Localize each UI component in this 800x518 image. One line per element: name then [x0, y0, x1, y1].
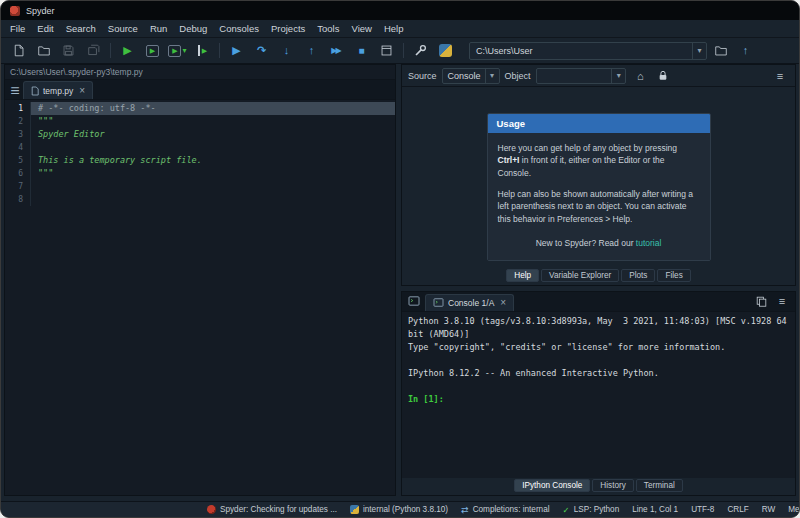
working-directory-value: C:\Users\User	[470, 46, 692, 56]
statusbar: Spyder: Checking for updates ... interna…	[1, 501, 799, 517]
spyder-window: Spyder File Edit Search Source Run Debug…	[0, 0, 800, 518]
step-into-button[interactable]: ↓	[275, 41, 298, 61]
code-line: 3Spyder Editor	[5, 128, 395, 141]
ctrl-i-shortcut: Ctrl+I	[498, 155, 520, 165]
browse-tabs-button[interactable]: ≡	[7, 83, 23, 99]
console-copy-button[interactable]	[752, 293, 770, 309]
menu-source[interactable]: Source	[102, 21, 144, 36]
step-over-button[interactable]: ↷	[250, 41, 273, 61]
usage-paragraph-2: Help can also be shown automatically aft…	[498, 188, 700, 225]
menu-help[interactable]: Help	[378, 21, 410, 36]
browse-working-directory-button[interactable]	[709, 41, 732, 61]
help-pane-tabs: Help Variable Explorer Plots Files	[402, 268, 795, 285]
menu-tools[interactable]: Tools	[311, 21, 345, 36]
open-file-button[interactable]	[32, 41, 55, 61]
menu-projects[interactable]: Projects	[265, 21, 311, 36]
tab-ipython-console[interactable]: IPython Console	[514, 479, 590, 492]
code-text	[31, 141, 395, 154]
step-out-button[interactable]: ↑	[300, 41, 323, 61]
save-button[interactable]	[57, 41, 80, 61]
save-all-button[interactable]	[82, 41, 105, 61]
code-text	[31, 180, 395, 193]
tab-files[interactable]: Files	[657, 269, 690, 282]
help-content: Usage Here you can get help of any objec…	[402, 87, 795, 268]
up-arrow-icon: ↑	[743, 45, 749, 56]
console-pane-tabs: IPython Console History Terminal	[402, 478, 795, 495]
tab-history[interactable]: History	[592, 479, 633, 492]
tab-variable-explorer[interactable]: Variable Explorer	[541, 269, 619, 282]
menu-consoles[interactable]: Consoles	[213, 21, 265, 36]
toolbar-separator	[110, 43, 111, 58]
tutorial-link[interactable]: tutorial	[636, 238, 662, 248]
lsp-status: ✓ LSP: Python	[563, 505, 620, 515]
help-options-button[interactable]: ≡	[771, 68, 789, 84]
code-line: 1# -*- coding: utf-8 -*-	[5, 102, 395, 115]
console-banner-line	[408, 354, 789, 367]
menu-file[interactable]: File	[4, 21, 31, 36]
tab-terminal[interactable]: Terminal	[636, 479, 683, 492]
working-directory-combo[interactable]: C:\Users\User ▾	[469, 42, 707, 60]
python-path-icon	[439, 44, 452, 57]
stop-icon: ■	[358, 46, 364, 56]
parent-directory-button[interactable]: ↑	[734, 41, 757, 61]
pythonpath-manager-button[interactable]	[434, 41, 457, 61]
help-source-value: Console	[443, 71, 485, 81]
new-file-button[interactable]	[7, 41, 30, 61]
main-toolbar: ▶ ▶ ▶▾ ▶ ▶ ↷ ↓ ↑ ▶▶ ■ C:\Users\User ▾ ↑	[1, 38, 799, 64]
menu-run[interactable]: Run	[144, 21, 173, 36]
maximize-pane-button[interactable]	[375, 41, 398, 61]
code-line: 5This is a temporary script file.	[5, 154, 395, 167]
code-text	[31, 193, 395, 206]
stop-debug-button[interactable]: ■	[350, 41, 373, 61]
line-number: 2	[5, 115, 31, 128]
spyder-update-status: Spyder: Checking for updates ...	[207, 505, 337, 514]
cursor-position: Line 1, Col 1	[632, 505, 678, 514]
step-out-icon: ↑	[309, 45, 315, 56]
code-line: 4	[5, 141, 395, 154]
help-source-combo[interactable]: Console ▾	[442, 68, 500, 84]
menu-debug[interactable]: Debug	[173, 21, 213, 36]
step-over-icon: ↷	[257, 45, 266, 56]
help-pane: Source Console ▾ Object ▾ ⌂ ≡	[401, 64, 796, 286]
run-cell-button[interactable]: ▶	[141, 41, 164, 61]
menu-edit[interactable]: Edit	[31, 21, 59, 36]
titlebar[interactable]: Spyder	[1, 1, 799, 20]
completions-icon: ⇄	[461, 505, 469, 515]
home-icon: ⌂	[637, 70, 644, 82]
chevron-down-icon[interactable]: ▾	[692, 43, 706, 59]
close-icon[interactable]: ×	[500, 298, 506, 308]
home-button[interactable]: ⌂	[631, 68, 649, 84]
line-number: 4	[5, 141, 31, 154]
code-text: This is a temporary script file.	[31, 154, 395, 167]
ipython-console[interactable]: Python 3.8.10 (tags/v3.8.10:3d8993a, May…	[402, 312, 795, 478]
completions-status: ⇄ Completions: internal	[461, 505, 549, 515]
run-file-button[interactable]: ▶	[116, 41, 139, 61]
lock-button[interactable]	[654, 68, 672, 84]
menu-view[interactable]: View	[345, 21, 377, 36]
console-prompt: In [1]:	[408, 393, 789, 406]
window-title: Spyder	[26, 6, 55, 16]
editor-tab-temp-py[interactable]: temp.py ×	[23, 81, 93, 99]
continue-button[interactable]: ▶▶	[325, 41, 348, 61]
tab-help[interactable]: Help	[506, 269, 539, 282]
code-line: 7	[5, 180, 395, 193]
code-line: 6"""	[5, 167, 395, 180]
preferences-help-text: Preferences > Help	[557, 214, 630, 224]
menu-search[interactable]: Search	[60, 21, 102, 36]
console-options-button[interactable]: ≡	[773, 293, 791, 309]
code-editor[interactable]: 1# -*- coding: utf-8 -*- 2""" 3Spyder Ed…	[5, 100, 395, 495]
memory-status: Mem 74%	[788, 505, 800, 514]
console-tab[interactable]: Console 1/A ×	[425, 294, 514, 311]
readwrite-status: RW	[762, 505, 776, 514]
tab-plots[interactable]: Plots	[621, 269, 655, 282]
editor-tab-label: temp.py	[43, 86, 73, 96]
main-area: C:\Users\User\.spyder-py3\temp.py ≡ temp…	[4, 64, 796, 496]
console-browse-tabs-button[interactable]	[406, 293, 422, 309]
debug-file-button[interactable]: ▶	[225, 41, 248, 61]
help-object-combo[interactable]: ▾	[536, 68, 627, 84]
close-icon[interactable]: ×	[79, 86, 85, 96]
preferences-button[interactable]	[409, 41, 432, 61]
tutorial-line: New to Spyder? Read our tutorial	[498, 237, 700, 249]
run-selection-button[interactable]: ▶	[191, 41, 214, 61]
run-cell-advance-button[interactable]: ▶▾	[166, 41, 189, 61]
